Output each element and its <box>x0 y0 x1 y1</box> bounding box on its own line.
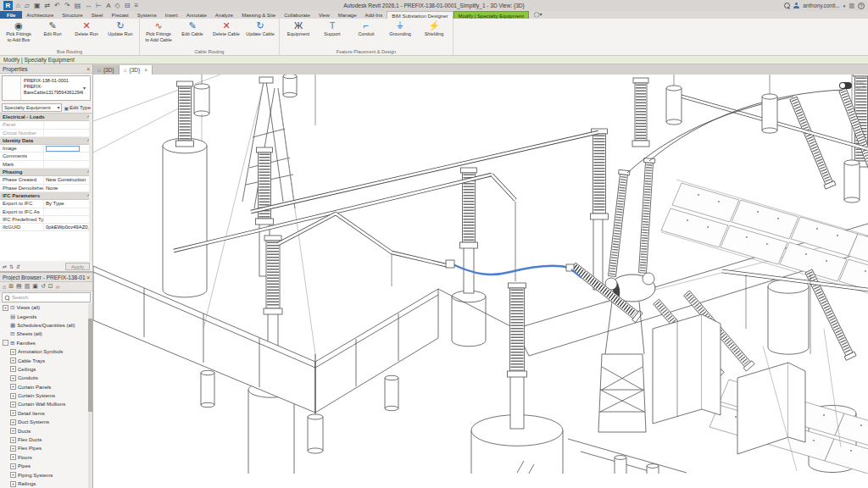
tab-architecture[interactable]: Architecture <box>22 11 58 19</box>
property-row[interactable]: IfcGUID0pkEWp0cv49AZ0_UH... <box>0 224 92 231</box>
property-row[interactable]: Phase DemolishedNone <box>0 185 92 192</box>
tree-item-floors[interactable]: +Floors <box>0 453 92 462</box>
tree-expander-icon[interactable]: + <box>10 375 16 381</box>
project-browser-close-icon[interactable]: × <box>86 274 90 280</box>
default-3d-view-icon[interactable]: ◇ <box>115 1 120 10</box>
property-row[interactable]: Mark <box>0 161 92 169</box>
tab-analyze[interactable]: Analyze <box>211 11 237 19</box>
property-row[interactable]: Comments <box>0 152 92 160</box>
project-browser-search[interactable]: Search <box>2 292 91 302</box>
print-icon[interactable]: ▤ <box>75 1 81 10</box>
redo-icon[interactable]: ↷ <box>64 1 70 10</box>
tree-item-conduits[interactable]: +Conduits <box>0 374 92 382</box>
user-menu-caret-icon[interactable]: ▾ <box>843 3 846 8</box>
tab-add-ins[interactable]: Add-Ins <box>360 11 387 19</box>
tree-item-pipes[interactable]: +Pipes <box>0 462 92 470</box>
properties-scrollbar[interactable] <box>89 114 92 261</box>
grounding-button[interactable]: ⏚Grounding <box>383 19 417 37</box>
tree-expander-icon[interactable]: + <box>3 305 8 311</box>
tree-item-flex-pipes[interactable]: +Flex Pipes <box>0 444 92 452</box>
property-section[interactable]: Electrical - Loads˄ <box>0 114 92 121</box>
tree-expander-icon[interactable]: + <box>10 446 16 452</box>
tree-item-railings[interactable]: +Railings <box>0 480 92 488</box>
tab-file[interactable]: File <box>0 11 22 19</box>
tab-collaborate[interactable]: Collaborate <box>280 11 314 19</box>
type-selector[interactable]: PREFIX-138-01-0001 PREFIX- BareCable1317… <box>2 75 91 101</box>
tree-expander-icon[interactable]: + <box>10 410 16 416</box>
tab-bim-substation-designer[interactable]: BIM Substation Designer <box>387 11 453 19</box>
edit-run-button[interactable]: ✎Edit Run <box>36 19 70 37</box>
tree-expander-icon[interactable]: + <box>10 384 16 390</box>
tree-expander-icon[interactable]: + <box>10 366 16 372</box>
tab-systems[interactable]: Systems <box>133 11 161 19</box>
tree-expander-icon[interactable]: + <box>10 358 16 363</box>
tab-annotate[interactable]: Annotate <box>182 11 211 19</box>
signed-in-user[interactable]: anthony.conti... <box>803 3 840 8</box>
view-tab-3d-active[interactable]: ⌂ {3D} × <box>120 65 153 75</box>
tree-expander-icon[interactable]: + <box>10 349 16 355</box>
tab-steel[interactable]: Steel <box>87 11 108 19</box>
help-icon[interactable]: ? <box>858 3 865 9</box>
sheet-list-icon[interactable]: ▥ <box>25 283 31 290</box>
support-button[interactable]: TSupport <box>315 19 349 37</box>
property-section[interactable]: Identity Data˄ <box>0 137 92 145</box>
settings-icon[interactable]: ⊡ <box>48 283 53 290</box>
tree-item-duct-systems[interactable]: +Duct Systems <box>0 418 92 426</box>
property-row[interactable]: Panel <box>0 121 92 129</box>
delete-run-button[interactable]: ✕Delete Run <box>70 19 103 37</box>
property-row[interactable]: Phase CreatedNew Construction <box>0 176 92 184</box>
update-run-button[interactable]: ↻Update Run <box>103 19 137 37</box>
equipment-button[interactable]: ЖEquipment <box>281 19 315 37</box>
tree-expander-icon[interactable]: - <box>3 340 8 346</box>
tree-item-flex-ducts[interactable]: +Flex Ducts <box>0 435 92 444</box>
tree-item-sheets-all-[interactable]: ⊟Sheets (all) <box>0 330 92 338</box>
properties-close-icon[interactable]: × <box>86 66 90 72</box>
views-list-icon[interactable]: ▤ <box>16 283 22 290</box>
revit-app-icon[interactable]: R <box>3 1 13 10</box>
tree-item-curtain-panels[interactable]: +Curtain Panels <box>0 383 92 391</box>
tree-scrollbar[interactable] <box>88 303 92 488</box>
properties-sort-icon[interactable]: ⇅ <box>9 263 14 269</box>
thin-lines-icon[interactable]: ≡ <box>134 1 138 10</box>
tree-expander-icon[interactable]: + <box>10 393 16 399</box>
edit-type-button[interactable]: ▣ Edit Type <box>64 105 91 111</box>
aligned-dimension-icon[interactable]: ⊢ <box>96 1 102 10</box>
search-icon[interactable] <box>784 3 790 8</box>
tree-item-ducts[interactable]: +Ducts <box>0 426 92 435</box>
tree-expander-icon[interactable]: + <box>10 481 16 487</box>
expand-icon[interactable]: ⊞ <box>8 283 14 290</box>
sync-icon[interactable]: ⇄ <box>45 1 51 10</box>
property-section[interactable]: Phasing˄ <box>0 169 92 176</box>
tab-view[interactable]: View <box>314 11 334 19</box>
3d-view-canvas[interactable]: Acces... Tech P... <box>93 75 868 488</box>
tree-expander-icon[interactable]: + <box>10 419 16 425</box>
tree-item-cable-trays[interactable]: +Cable Trays <box>0 356 92 364</box>
section-icon[interactable]: ⊟ <box>125 1 131 10</box>
open-icon[interactable]: ▱ <box>25 1 30 10</box>
tree-expander-icon[interactable]: + <box>10 428 16 434</box>
tab-structure[interactable]: Structure <box>58 11 86 19</box>
selection-filter-dropdown[interactable]: Specialty Equipment (1)▾ <box>2 103 62 112</box>
tree-item-ceilings[interactable]: +Ceilings <box>0 365 92 374</box>
text-icon[interactable]: A <box>106 1 110 10</box>
edit-cable-button[interactable]: ✎Edit Cable <box>175 19 209 37</box>
undo-icon[interactable]: ↶ <box>54 1 60 10</box>
tree-item-views-all-[interactable]: +⊡Views (all) <box>0 303 92 312</box>
tree-expander-icon[interactable]: + <box>10 402 16 408</box>
refresh-icon[interactable]: ↺ <box>41 283 46 290</box>
type-selector-caret-icon[interactable]: ▾ <box>83 76 90 100</box>
home-icon[interactable]: ⌂ <box>3 284 6 290</box>
property-row[interactable]: Image <box>0 145 92 152</box>
tab-precast[interactable]: Precast <box>107 11 132 19</box>
home-icon[interactable]: ⌂ <box>16 1 20 10</box>
property-row[interactable]: Export to IFCBy Type <box>0 200 92 208</box>
tree-item-piping-systems[interactable]: +Piping Systems <box>0 470 92 479</box>
toggle-switch-icon[interactable] <box>839 82 852 89</box>
save-icon[interactable]: ▣ <box>34 1 41 10</box>
tree-item-schedules-quantities-all-[interactable]: ▦Schedules/Quantities (all) <box>0 321 92 330</box>
apply-button[interactable]: Apply <box>65 263 90 270</box>
tree-expander-icon[interactable]: + <box>10 472 16 478</box>
tab-modify-specialty-equipment[interactable]: Modify | Specialty Equipment <box>453 11 529 19</box>
properties-filter-icon[interactable]: ⇵ <box>16 263 20 269</box>
tab-manage[interactable]: Manage <box>334 11 361 19</box>
